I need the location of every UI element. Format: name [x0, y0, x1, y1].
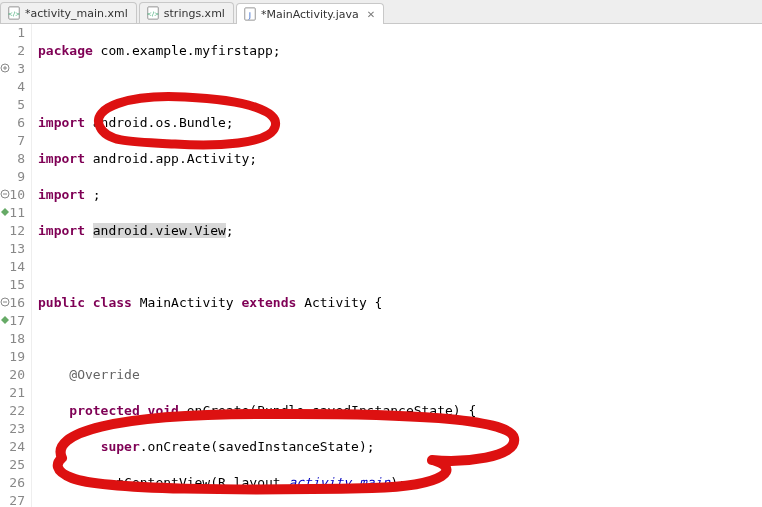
line-number: 24: [9, 438, 25, 456]
code-line[interactable]: import android.app.Activity;: [38, 150, 664, 168]
tab-mainactivity-java[interactable]: J *MainActivity.java ✕: [236, 3, 384, 24]
code-line[interactable]: import android.view.View;: [38, 222, 664, 240]
code-line[interactable]: package com.example.myfirstapp;: [38, 42, 664, 60]
line-number: 6: [17, 114, 25, 132]
line-number: 5: [17, 96, 25, 114]
line-number: 14: [9, 258, 25, 276]
line-number: 2: [17, 42, 25, 60]
code-line[interactable]: [38, 78, 664, 96]
line-number: 10: [9, 186, 25, 204]
fold-icon[interactable]: [0, 189, 10, 199]
line-number: 9: [17, 168, 25, 186]
code-line[interactable]: [38, 330, 664, 348]
line-number: 23: [9, 420, 25, 438]
line-number: 4: [17, 78, 25, 96]
line-number: 15: [9, 276, 25, 294]
tab-label: strings.xml: [164, 7, 225, 20]
line-number: 26: [9, 474, 25, 492]
line-number: 8: [17, 150, 25, 168]
line-number: 19: [9, 348, 25, 366]
line-number: 16: [9, 294, 25, 312]
code-area[interactable]: package com.example.myfirstapp; import a…: [32, 24, 664, 507]
code-line[interactable]: super.onCreate(savedInstanceState);: [38, 438, 664, 456]
code-line[interactable]: public class MainActivity extends Activi…: [38, 294, 664, 312]
code-line[interactable]: [38, 258, 664, 276]
xml-file-icon: </>: [146, 6, 160, 20]
line-number: 13: [9, 240, 25, 258]
highlighted-import: android.view.View: [93, 223, 226, 238]
line-number: 12: [9, 222, 25, 240]
line-number: 7: [17, 132, 25, 150]
code-line[interactable]: import android.os.Bundle;: [38, 114, 664, 132]
code-editor[interactable]: 1 2 3 4 5 6 7 8 9 10 11 12 13 14 15 16 1…: [0, 24, 762, 507]
close-icon[interactable]: ✕: [367, 9, 375, 20]
tab-label: *MainActivity.java: [261, 8, 359, 21]
override-marker-icon[interactable]: [0, 315, 10, 325]
xml-file-icon: </>: [7, 6, 21, 20]
fold-icon[interactable]: [0, 297, 10, 307]
line-number: 1: [17, 24, 25, 42]
code-line[interactable]: protected void onCreate(Bundle savedInst…: [38, 402, 664, 420]
line-number: 21: [9, 384, 25, 402]
java-file-icon: J: [243, 7, 257, 21]
code-line[interactable]: setContentView(R.layout.activity_main);: [38, 474, 664, 492]
fold-icon[interactable]: [0, 63, 10, 73]
svg-text:J: J: [248, 11, 251, 20]
line-number-gutter: 1 2 3 4 5 6 7 8 9 10 11 12 13 14 15 16 1…: [0, 24, 32, 507]
svg-text:</>: </>: [147, 10, 159, 17]
line-number: 20: [9, 366, 25, 384]
line-number: 17: [9, 312, 25, 330]
tab-label: *activity_main.xml: [25, 7, 128, 20]
svg-text:</>: </>: [8, 10, 20, 17]
tab-strings-xml[interactable]: </> strings.xml: [139, 2, 234, 23]
line-number: 18: [9, 330, 25, 348]
line-number: 11: [9, 204, 25, 222]
tab-activity-main-xml[interactable]: </> *activity_main.xml: [0, 2, 137, 23]
code-line[interactable]: import ;: [38, 186, 664, 204]
line-number: 27: [9, 492, 25, 507]
line-number: 3: [17, 60, 25, 78]
line-number: 22: [9, 402, 25, 420]
override-marker-icon[interactable]: [0, 207, 10, 217]
editor-tab-bar: </> *activity_main.xml </> strings.xml J…: [0, 0, 762, 24]
line-number: 25: [9, 456, 25, 474]
code-line[interactable]: @Override: [38, 366, 664, 384]
